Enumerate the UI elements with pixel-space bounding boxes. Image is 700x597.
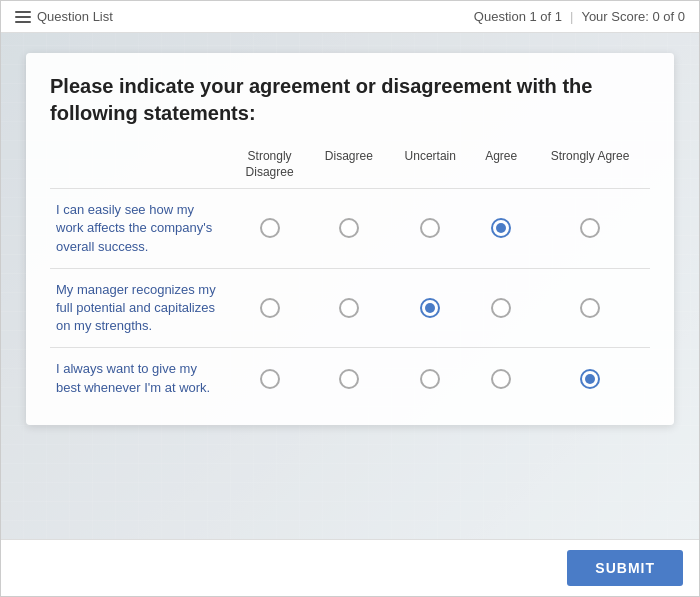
radio-cell — [309, 348, 388, 409]
statement-cell: I always want to give my best whenever I… — [50, 348, 230, 409]
question-list-link[interactable]: Question List — [15, 9, 113, 24]
radio-button[interactable] — [260, 369, 280, 389]
radio-container — [394, 298, 466, 318]
hamburger-icon — [15, 11, 31, 23]
radio-container — [478, 218, 524, 238]
radio-cell — [230, 189, 309, 269]
footer-bar: SUBMIT — [1, 539, 699, 596]
radio-cell — [309, 268, 388, 348]
radio-cell — [530, 189, 650, 269]
submit-button[interactable]: SUBMIT — [567, 550, 683, 586]
radio-button[interactable] — [580, 298, 600, 318]
separator: | — [570, 9, 573, 24]
radio-button[interactable] — [339, 369, 359, 389]
radio-container — [478, 369, 524, 389]
radio-cell — [388, 348, 472, 409]
radio-cell — [230, 268, 309, 348]
radio-button[interactable] — [420, 218, 440, 238]
radio-button[interactable] — [339, 298, 359, 318]
column-header-row: StronglyDisagree Disagree Uncertain Agre… — [50, 145, 650, 189]
radio-button[interactable] — [580, 369, 600, 389]
radio-cell — [472, 189, 530, 269]
table-row: I always want to give my best whenever I… — [50, 348, 650, 409]
radio-container — [236, 369, 303, 389]
radio-container — [536, 218, 644, 238]
table-row: My manager recognizes my full potential … — [50, 268, 650, 348]
radio-container — [315, 369, 382, 389]
radio-cell — [388, 268, 472, 348]
radio-container — [394, 218, 466, 238]
survey-card: Please indicate your agreement or disagr… — [26, 53, 674, 425]
radio-button[interactable] — [491, 369, 511, 389]
radio-button[interactable] — [420, 298, 440, 318]
radio-cell — [472, 348, 530, 409]
statement-cell: My manager recognizes my full potential … — [50, 268, 230, 348]
col-header-disagree: Disagree — [309, 145, 388, 189]
radio-cell — [230, 348, 309, 409]
radio-container — [236, 218, 303, 238]
radio-cell — [388, 189, 472, 269]
score-display: Your Score: 0 of 0 — [581, 9, 685, 24]
radio-cell — [309, 189, 388, 269]
col-header-statement — [50, 145, 230, 189]
radio-container — [478, 298, 524, 318]
col-header-agree: Agree — [472, 145, 530, 189]
radio-button[interactable] — [491, 218, 511, 238]
statement-cell: I can easily see how my work affects the… — [50, 189, 230, 269]
question-list-label: Question List — [37, 9, 113, 24]
likert-table: StronglyDisagree Disagree Uncertain Agre… — [50, 145, 650, 409]
question-title: Please indicate your agreement or disagr… — [50, 73, 650, 127]
radio-container — [236, 298, 303, 318]
radio-container — [394, 369, 466, 389]
radio-button[interactable] — [260, 218, 280, 238]
radio-cell — [530, 268, 650, 348]
col-header-strongly-agree: Strongly Agree — [530, 145, 650, 189]
radio-button[interactable] — [420, 369, 440, 389]
question-counter: Question 1 of 1 — [474, 9, 562, 24]
radio-button[interactable] — [580, 218, 600, 238]
radio-cell — [530, 348, 650, 409]
radio-container — [315, 218, 382, 238]
radio-button[interactable] — [339, 218, 359, 238]
radio-container — [536, 298, 644, 318]
radio-button[interactable] — [491, 298, 511, 318]
top-bar-info: Question 1 of 1 | Your Score: 0 of 0 — [474, 9, 685, 24]
radio-container — [536, 369, 644, 389]
main-content: Please indicate your agreement or disagr… — [1, 33, 699, 539]
radio-container — [315, 298, 382, 318]
col-header-strongly-disagree: StronglyDisagree — [230, 145, 309, 189]
top-bar: Question List Question 1 of 1 | Your Sco… — [1, 1, 699, 33]
col-header-uncertain: Uncertain — [388, 145, 472, 189]
radio-button[interactable] — [260, 298, 280, 318]
radio-cell — [472, 268, 530, 348]
survey-window: Question List Question 1 of 1 | Your Sco… — [0, 0, 700, 597]
table-row: I can easily see how my work affects the… — [50, 189, 650, 269]
